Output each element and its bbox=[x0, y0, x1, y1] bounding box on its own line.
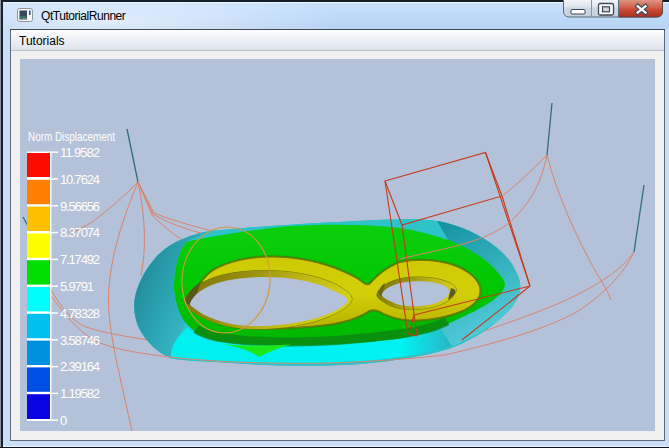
svg-text:2.39164: 2.39164 bbox=[60, 359, 100, 374]
svg-text:5.9791: 5.9791 bbox=[60, 279, 94, 294]
svg-text:11.9582: 11.9582 bbox=[60, 145, 100, 160]
svg-text:1.19582: 1.19582 bbox=[60, 386, 100, 401]
svg-text:3.58746: 3.58746 bbox=[60, 333, 100, 348]
svg-text:8.37074: 8.37074 bbox=[60, 225, 100, 240]
svg-text:7.17492: 7.17492 bbox=[60, 252, 100, 267]
svg-text:Norm Displacement: Norm Displacement bbox=[28, 129, 115, 144]
svg-text:4.78328: 4.78328 bbox=[60, 306, 100, 321]
svg-text:10.7624: 10.7624 bbox=[60, 172, 100, 187]
svg-text:9.56656: 9.56656 bbox=[60, 199, 100, 214]
svg-text:0: 0 bbox=[60, 413, 67, 428]
